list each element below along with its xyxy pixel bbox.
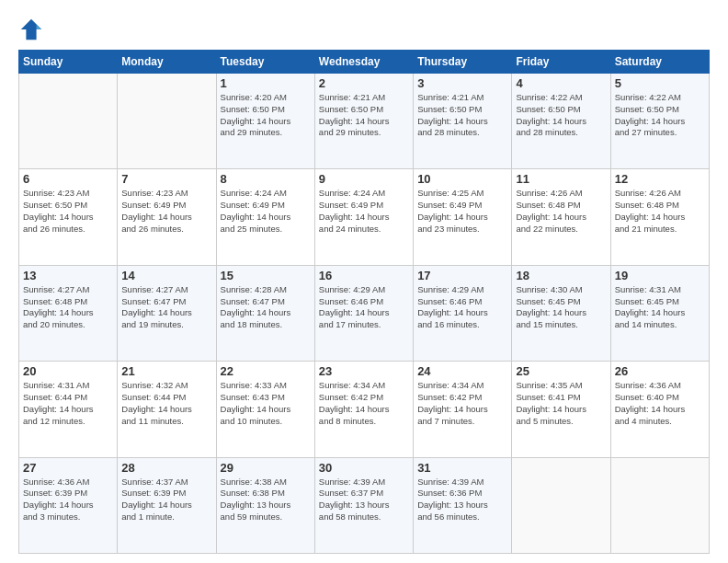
day-number: 12 xyxy=(615,172,705,186)
calendar-cell: 25Sunrise: 4:35 AM Sunset: 6:41 PM Dayli… xyxy=(512,362,610,457)
day-number: 26 xyxy=(615,364,705,378)
day-info: Sunrise: 4:36 AM Sunset: 6:40 PM Dayligh… xyxy=(615,380,705,427)
day-info: Sunrise: 4:39 AM Sunset: 6:36 PM Dayligh… xyxy=(417,477,507,523)
calendar-cell: 31Sunrise: 4:39 AM Sunset: 6:36 PM Dayli… xyxy=(414,457,512,553)
day-number: 15 xyxy=(221,269,311,282)
calendar-cell: 23Sunrise: 4:34 AM Sunset: 6:42 PM Dayli… xyxy=(314,362,413,457)
day-info: Sunrise: 4:24 AM Sunset: 6:49 PM Dayligh… xyxy=(319,188,409,235)
day-number: 17 xyxy=(417,269,507,282)
day-number: 19 xyxy=(615,269,705,282)
calendar-header-monday: Monday xyxy=(118,51,216,74)
day-info: Sunrise: 4:21 AM Sunset: 6:50 PM Dayligh… xyxy=(319,92,409,139)
day-number: 14 xyxy=(121,269,211,282)
calendar-cell: 3Sunrise: 4:21 AM Sunset: 6:50 PM Daylig… xyxy=(414,74,512,169)
calendar-cell: 6Sunrise: 4:23 AM Sunset: 6:50 PM Daylig… xyxy=(19,169,118,265)
calendar-cell: 10Sunrise: 4:25 AM Sunset: 6:49 PM Dayli… xyxy=(414,169,512,265)
calendar-cell xyxy=(610,457,709,553)
calendar-cell: 7Sunrise: 4:23 AM Sunset: 6:49 PM Daylig… xyxy=(118,169,216,265)
calendar-cell: 21Sunrise: 4:32 AM Sunset: 6:44 PM Dayli… xyxy=(118,362,216,457)
logo xyxy=(18,17,46,42)
day-number: 23 xyxy=(319,364,409,378)
calendar-week-row: 13Sunrise: 4:27 AM Sunset: 6:48 PM Dayli… xyxy=(19,265,710,361)
day-info: Sunrise: 4:25 AM Sunset: 6:49 PM Dayligh… xyxy=(417,188,507,235)
day-info: Sunrise: 4:22 AM Sunset: 6:50 PM Dayligh… xyxy=(615,92,705,139)
calendar-cell: 11Sunrise: 4:26 AM Sunset: 6:48 PM Dayli… xyxy=(512,169,610,265)
day-number: 18 xyxy=(516,269,606,282)
day-number: 11 xyxy=(516,172,606,186)
day-number: 8 xyxy=(221,172,311,186)
calendar-header-tuesday: Tuesday xyxy=(216,51,314,74)
page: SundayMondayTuesdayWednesdayThursdayFrid… xyxy=(0,0,728,563)
logo-icon xyxy=(18,17,44,42)
day-info: Sunrise: 4:32 AM Sunset: 6:44 PM Dayligh… xyxy=(121,380,211,427)
calendar-header-wednesday: Wednesday xyxy=(314,51,413,74)
calendar-cell: 14Sunrise: 4:27 AM Sunset: 6:47 PM Dayli… xyxy=(118,265,216,361)
day-info: Sunrise: 4:26 AM Sunset: 6:48 PM Dayligh… xyxy=(615,188,705,235)
day-number: 6 xyxy=(23,172,113,186)
day-info: Sunrise: 4:37 AM Sunset: 6:39 PM Dayligh… xyxy=(121,477,211,523)
calendar-cell: 24Sunrise: 4:34 AM Sunset: 6:42 PM Dayli… xyxy=(414,362,512,457)
day-info: Sunrise: 4:39 AM Sunset: 6:37 PM Dayligh… xyxy=(319,477,409,523)
day-number: 13 xyxy=(23,269,113,282)
calendar-cell: 16Sunrise: 4:29 AM Sunset: 6:46 PM Dayli… xyxy=(314,265,413,361)
day-info: Sunrise: 4:34 AM Sunset: 6:42 PM Dayligh… xyxy=(319,380,409,427)
day-info: Sunrise: 4:36 AM Sunset: 6:39 PM Dayligh… xyxy=(23,477,113,523)
calendar-cell: 17Sunrise: 4:29 AM Sunset: 6:46 PM Dayli… xyxy=(414,265,512,361)
day-info: Sunrise: 4:27 AM Sunset: 6:48 PM Dayligh… xyxy=(23,284,113,331)
day-info: Sunrise: 4:24 AM Sunset: 6:49 PM Dayligh… xyxy=(221,188,311,235)
day-info: Sunrise: 4:30 AM Sunset: 6:45 PM Dayligh… xyxy=(516,284,606,331)
day-number: 9 xyxy=(319,172,409,186)
day-number: 24 xyxy=(417,364,507,378)
calendar-table: SundayMondayTuesdayWednesdayThursdayFrid… xyxy=(18,50,710,554)
calendar-header-thursday: Thursday xyxy=(414,51,512,74)
calendar-header-saturday: Saturday xyxy=(610,51,709,74)
calendar-header-sunday: Sunday xyxy=(19,51,118,74)
calendar-week-row: 20Sunrise: 4:31 AM Sunset: 6:44 PM Dayli… xyxy=(19,362,710,457)
day-info: Sunrise: 4:23 AM Sunset: 6:50 PM Dayligh… xyxy=(23,188,113,235)
calendar-header-row: SundayMondayTuesdayWednesdayThursdayFrid… xyxy=(19,51,710,74)
calendar-week-row: 1Sunrise: 4:20 AM Sunset: 6:50 PM Daylig… xyxy=(19,74,710,169)
calendar-cell: 15Sunrise: 4:28 AM Sunset: 6:47 PM Dayli… xyxy=(216,265,314,361)
calendar-cell: 18Sunrise: 4:30 AM Sunset: 6:45 PM Dayli… xyxy=(512,265,610,361)
day-number: 4 xyxy=(516,76,606,90)
day-number: 30 xyxy=(319,461,409,475)
day-number: 31 xyxy=(417,461,507,475)
day-number: 21 xyxy=(121,364,211,378)
day-info: Sunrise: 4:31 AM Sunset: 6:45 PM Dayligh… xyxy=(615,284,705,331)
calendar-cell xyxy=(19,74,118,169)
day-number: 27 xyxy=(23,461,113,475)
day-number: 16 xyxy=(319,269,409,282)
day-number: 5 xyxy=(615,76,705,90)
day-info: Sunrise: 4:33 AM Sunset: 6:43 PM Dayligh… xyxy=(221,380,311,427)
day-info: Sunrise: 4:29 AM Sunset: 6:46 PM Dayligh… xyxy=(417,284,507,331)
header xyxy=(18,17,710,42)
day-info: Sunrise: 4:35 AM Sunset: 6:41 PM Dayligh… xyxy=(516,380,606,427)
day-info: Sunrise: 4:28 AM Sunset: 6:47 PM Dayligh… xyxy=(221,284,311,331)
day-number: 20 xyxy=(23,364,113,378)
day-number: 29 xyxy=(221,461,311,475)
calendar-header-friday: Friday xyxy=(512,51,610,74)
calendar-cell: 1Sunrise: 4:20 AM Sunset: 6:50 PM Daylig… xyxy=(216,74,314,169)
calendar-week-row: 27Sunrise: 4:36 AM Sunset: 6:39 PM Dayli… xyxy=(19,457,710,553)
day-info: Sunrise: 4:34 AM Sunset: 6:42 PM Dayligh… xyxy=(417,380,507,427)
calendar-week-row: 6Sunrise: 4:23 AM Sunset: 6:50 PM Daylig… xyxy=(19,169,710,265)
calendar-cell: 5Sunrise: 4:22 AM Sunset: 6:50 PM Daylig… xyxy=(610,74,709,169)
day-info: Sunrise: 4:21 AM Sunset: 6:50 PM Dayligh… xyxy=(417,92,507,139)
day-info: Sunrise: 4:27 AM Sunset: 6:47 PM Dayligh… xyxy=(121,284,211,331)
calendar-cell: 20Sunrise: 4:31 AM Sunset: 6:44 PM Dayli… xyxy=(19,362,118,457)
day-info: Sunrise: 4:31 AM Sunset: 6:44 PM Dayligh… xyxy=(23,380,113,427)
day-info: Sunrise: 4:38 AM Sunset: 6:38 PM Dayligh… xyxy=(221,477,311,523)
calendar-cell: 30Sunrise: 4:39 AM Sunset: 6:37 PM Dayli… xyxy=(314,457,413,553)
calendar-cell: 4Sunrise: 4:22 AM Sunset: 6:50 PM Daylig… xyxy=(512,74,610,169)
day-number: 10 xyxy=(417,172,507,186)
calendar-cell xyxy=(512,457,610,553)
day-info: Sunrise: 4:20 AM Sunset: 6:50 PM Dayligh… xyxy=(221,92,311,139)
calendar-cell: 28Sunrise: 4:37 AM Sunset: 6:39 PM Dayli… xyxy=(118,457,216,553)
calendar-cell: 8Sunrise: 4:24 AM Sunset: 6:49 PM Daylig… xyxy=(216,169,314,265)
day-info: Sunrise: 4:22 AM Sunset: 6:50 PM Dayligh… xyxy=(516,92,606,139)
day-number: 28 xyxy=(121,461,211,475)
calendar-cell: 26Sunrise: 4:36 AM Sunset: 6:40 PM Dayli… xyxy=(610,362,709,457)
calendar-cell: 2Sunrise: 4:21 AM Sunset: 6:50 PM Daylig… xyxy=(314,74,413,169)
calendar-cell: 27Sunrise: 4:36 AM Sunset: 6:39 PM Dayli… xyxy=(19,457,118,553)
calendar-cell: 12Sunrise: 4:26 AM Sunset: 6:48 PM Dayli… xyxy=(610,169,709,265)
